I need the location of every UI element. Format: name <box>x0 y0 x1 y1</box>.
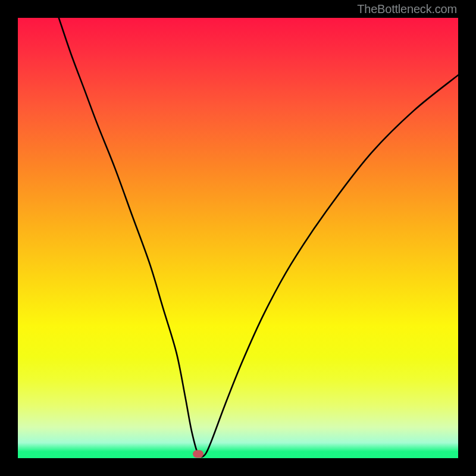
watermark-text: TheBottleneck.com <box>357 2 457 16</box>
chart-frame: TheBottleneck.com <box>0 0 476 476</box>
minimum-marker[interactable] <box>193 450 203 458</box>
plot-area <box>18 18 458 458</box>
bottleneck-curve <box>18 18 458 458</box>
